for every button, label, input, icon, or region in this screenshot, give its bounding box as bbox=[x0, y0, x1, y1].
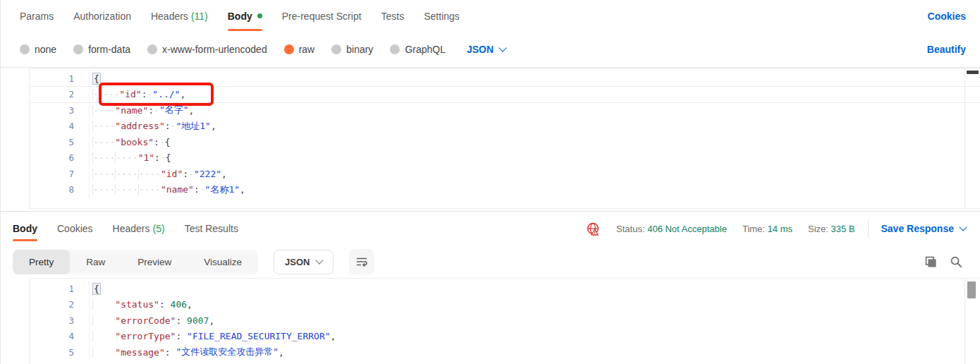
request-editor-scrollbar[interactable] bbox=[964, 68, 980, 208]
line-number: 1 bbox=[30, 71, 90, 87]
body-active-dot-icon bbox=[257, 13, 262, 18]
code-content: ············"name":·"名称1", bbox=[92, 183, 245, 196]
code-token: : bbox=[154, 137, 159, 147]
code-token: ···· bbox=[138, 184, 161, 195]
radio-icon bbox=[390, 44, 400, 54]
view-tab-raw[interactable]: Raw bbox=[70, 250, 121, 274]
copy-icon bbox=[924, 255, 938, 269]
code-line: 1{ bbox=[30, 281, 980, 297]
code-token: ···· bbox=[92, 184, 115, 195]
chevron-down-icon bbox=[315, 256, 323, 264]
cookies-link[interactable]: Cookies bbox=[928, 11, 966, 22]
wrap-text-icon bbox=[355, 255, 368, 268]
code-token: , bbox=[187, 299, 192, 310]
response-editor-scrollbar[interactable] bbox=[964, 279, 980, 364]
body-type-none[interactable]: none bbox=[20, 44, 56, 55]
line-number: 4 bbox=[30, 329, 90, 345]
code-token: · bbox=[147, 89, 152, 99]
code-token: : bbox=[165, 121, 171, 131]
body-type-form-data[interactable]: form-data bbox=[73, 44, 130, 55]
tab-tests[interactable]: Tests bbox=[381, 0, 405, 32]
code-key: "errorCode" bbox=[115, 315, 176, 326]
code-key: "name" bbox=[115, 105, 148, 116]
code-token: ···· bbox=[115, 169, 137, 179]
code-content: ············"id":·"222", bbox=[92, 169, 227, 179]
code-token: { bbox=[166, 152, 171, 163]
chevron-down-icon bbox=[959, 223, 967, 231]
response-format-dropdown[interactable]: JSON bbox=[274, 250, 333, 274]
request-format-dropdown[interactable]: JSON bbox=[467, 44, 506, 55]
line-number: 1 bbox=[30, 281, 90, 297]
code-token: : bbox=[159, 299, 171, 310]
line-number: 5 bbox=[30, 134, 90, 150]
response-tab-body[interactable]: Body bbox=[13, 212, 37, 245]
tab-settings[interactable]: Settings bbox=[424, 0, 460, 32]
tab-params[interactable]: Params bbox=[20, 0, 54, 32]
response-tab-headers[interactable]: Headers(5) bbox=[113, 212, 165, 245]
body-type-x-www-form-urlencoded[interactable]: x-www-form-urlencoded bbox=[147, 44, 267, 55]
code-token: , bbox=[189, 105, 195, 116]
code-token: { bbox=[92, 73, 101, 85]
code-key: "errorType" bbox=[115, 331, 176, 341]
network-error-globe-icon bbox=[586, 222, 601, 236]
code-content: ····"address":·"地址1", bbox=[92, 120, 216, 133]
radio-icon bbox=[20, 44, 30, 54]
tab-pre-request-script[interactable]: Pre-request Script bbox=[282, 0, 362, 32]
code-token: "地址1" bbox=[176, 120, 210, 133]
body-type-raw[interactable]: raw bbox=[284, 44, 315, 55]
status-badge: Status: 406 Not Acceptable bbox=[616, 224, 727, 234]
body-type-graphql[interactable]: GraphQL bbox=[390, 44, 446, 55]
tab-body[interactable]: Body bbox=[228, 0, 262, 32]
response-body-editor[interactable]: 1{2 "status": 406,3 "errorCode": 9007,4 … bbox=[29, 278, 980, 364]
body-type-binary[interactable]: binary bbox=[331, 44, 373, 55]
code-token: , bbox=[211, 121, 216, 131]
body-type-label: binary bbox=[346, 44, 373, 55]
beautify-link[interactable]: Beautify bbox=[927, 44, 966, 55]
code-token: · bbox=[200, 184, 205, 195]
tab-headers[interactable]: Headers(11) bbox=[151, 0, 208, 32]
radio-icon bbox=[284, 44, 294, 54]
code-token: · bbox=[92, 89, 99, 99]
view-tab-preview[interactable]: Preview bbox=[121, 250, 188, 274]
code-key: "address" bbox=[115, 121, 164, 131]
time-label: Time: bbox=[742, 224, 765, 234]
response-tab-test-results[interactable]: Test Results bbox=[185, 212, 238, 245]
view-tab-visualize[interactable]: Visualize bbox=[188, 250, 258, 274]
tab-label: Test Results bbox=[185, 223, 238, 234]
request-format-label: JSON bbox=[467, 44, 494, 55]
code-line: 7············"id":·"222", bbox=[30, 166, 980, 182]
code-token: "文件读取安全攻击异常" bbox=[176, 346, 278, 358]
code-token bbox=[92, 315, 115, 326]
search-button[interactable] bbox=[949, 255, 963, 269]
request-tabs-container: ParamsAuthorizationHeaders(11)BodyPre-re… bbox=[20, 0, 479, 32]
code-line: 5 "message": "文件读取安全攻击异常", bbox=[30, 344, 980, 360]
view-tab-pretty[interactable]: Pretty bbox=[13, 250, 70, 274]
code-token: , bbox=[278, 347, 284, 358]
code-token: ···· bbox=[115, 184, 137, 195]
annotation-red-box: ···"id":·"../", bbox=[99, 83, 214, 106]
save-response-button[interactable]: Save Response bbox=[881, 223, 967, 234]
copy-button[interactable] bbox=[924, 255, 938, 269]
code-token: : bbox=[142, 89, 147, 99]
line-number: 8 bbox=[30, 182, 90, 198]
request-body-editor[interactable]: 1{2····"id":·"../",3····"name":·"名字",4··… bbox=[29, 68, 980, 209]
line-number: 4 bbox=[30, 119, 90, 135]
body-type-row: noneform-datax-www-form-urlencodedrawbin… bbox=[1, 32, 980, 68]
time-badge: Time: 14 ms bbox=[742, 224, 792, 234]
scrollbar-thumb[interactable] bbox=[967, 281, 976, 298]
line-number: 2 bbox=[30, 297, 90, 313]
code-token: 406 bbox=[171, 299, 187, 310]
code-token: , bbox=[240, 184, 245, 195]
code-line: 2····"id":·"../", bbox=[30, 87, 980, 103]
code-content: ····"books":·{ bbox=[92, 137, 171, 147]
tab-label: Pre-request Script bbox=[282, 11, 362, 22]
response-tab-cookies[interactable]: Cookies bbox=[57, 212, 93, 245]
scrollbar-thumb[interactable] bbox=[967, 71, 979, 74]
code-key: "status" bbox=[115, 299, 159, 310]
line-number: 5 bbox=[30, 344, 90, 360]
wrap-text-button[interactable] bbox=[349, 249, 374, 274]
tab-authorization[interactable]: Authorization bbox=[73, 0, 131, 32]
response-tab-bar: BodyCookiesHeaders(5)Test Results Status… bbox=[1, 212, 980, 245]
code-token: ···· bbox=[92, 152, 115, 163]
code-token: : bbox=[194, 184, 200, 195]
